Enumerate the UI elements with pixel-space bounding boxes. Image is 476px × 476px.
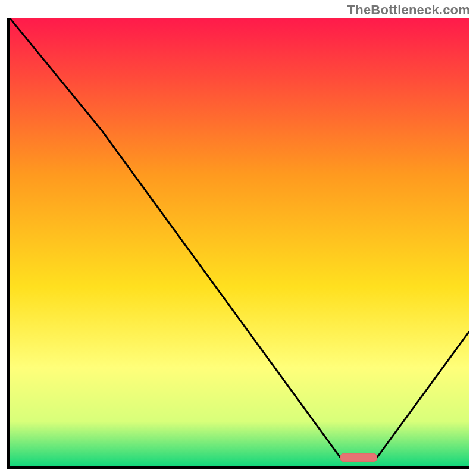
gradient-background — [10, 18, 469, 466]
watermark-label: TheBottleneck.com — [347, 2, 470, 18]
optimal-marker — [340, 453, 377, 462]
plot-svg — [10, 18, 469, 466]
chart-container: TheBottleneck.com — [0, 0, 476, 476]
plot-area — [7, 18, 469, 469]
